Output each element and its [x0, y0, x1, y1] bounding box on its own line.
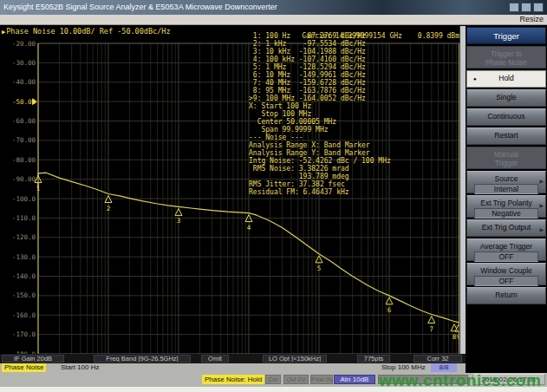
readout-line: 2: 1 kHz -97.5534 dBc/Hz — [249, 40, 391, 48]
readout-line: 5: 1 MHz -128.5294 dBc/Hz — [249, 63, 391, 71]
readout-line: 6: 10 MHz -149.9961 dBc/Hz — [249, 71, 391, 79]
trace-marker-4[interactable]: 4 — [245, 215, 252, 232]
readout-line: X: Start 100 Hz — [249, 102, 391, 110]
svg-text:-120.0: -120.0 — [12, 233, 36, 241]
menu-item-average-trigger[interactable]: Average TriggerOFF — [466, 238, 546, 261]
trigger-state-badge: Phase Noise: Hold — [202, 375, 264, 384]
menu-item-label: Return — [467, 291, 545, 299]
menu-item-manual: ManualTrigger — [466, 147, 546, 169]
svg-text:-110.0: -110.0 — [12, 214, 36, 222]
svg-text:-30.00: -30.00 — [12, 59, 36, 67]
svg-text:1: 1 — [36, 185, 41, 193]
svg-text:-90.00: -90.00 — [12, 175, 36, 183]
menu-item-source[interactable]: SourceInternal▶ — [466, 171, 546, 193]
marker-readout: 1: 100 Hz -87.2769 dBc/Hz 2: 1 kHz -97.5… — [249, 32, 391, 196]
status-flag-cor: Cor — [265, 375, 281, 384]
svg-text:-140.0: -140.0 — [12, 272, 36, 280]
window-controls — [509, 3, 544, 12]
menu-item-label: Hold — [467, 74, 545, 82]
readout-line: 4: 100 kHz -107.4160 dBc/Hz — [249, 56, 391, 63]
menu-item-ext-trig-polarity[interactable]: Ext Trig PolarityNegative▶ — [466, 195, 546, 218]
svg-text:-80.00: -80.00 — [12, 156, 36, 164]
menu-item-value: OFF — [474, 276, 538, 286]
measurement-mode-badge: Phase Noise — [2, 363, 46, 372]
status-flag-ovl-0v: Ovl 0V — [283, 375, 309, 384]
readout-line: --- Noise --- — [249, 134, 391, 141]
trace-marker-2[interactable]: 2 — [105, 196, 112, 212]
phase-noise-plot[interactable]: -20.00-30.00-40.00-50.00-60.00-70.00-80.… — [0, 26, 466, 354]
menu-item-label: Single — [467, 93, 545, 101]
menu-item-continuous[interactable]: Continuous — [466, 108, 546, 126]
menu-item-return[interactable]: Return — [466, 287, 546, 304]
resize-bar: Resize — [0, 15, 547, 25]
readout-line: Center 50.00005 MHz — [249, 118, 391, 126]
sweep-start-label: Start 100 Hz — [61, 363, 99, 372]
readout-line: >9: 100 MHz -164.0052 dBc/Hz — [249, 95, 391, 102]
svg-text:-60.00: -60.00 — [12, 117, 36, 125]
svg-text:4: 4 — [247, 224, 251, 232]
status-flag-pow-0v: Pow 0V — [310, 375, 333, 384]
readout-line: Analysis Range Y: Band Marker — [249, 149, 391, 157]
menu-item-window-couple[interactable]: Window CoupleOFF — [466, 263, 546, 285]
svg-text:-20.00: -20.00 — [12, 40, 36, 48]
svg-text:6: 6 — [387, 306, 392, 314]
window-title: Keysight E5052B Signal Source Analyzer &… — [3, 3, 277, 11]
menu-item-hold[interactable]: Hold● — [466, 70, 546, 88]
readout-line: 7: 40 MHz -159.6728 dBc/Hz — [249, 79, 391, 87]
hw-status-omit: Omit — [201, 355, 229, 363]
submenu-arrow-icon: ▶ — [539, 178, 544, 184]
menu-item-ext-trig-output[interactable]: Ext Trig Output▶ — [466, 219, 546, 237]
menu-item-label: Continuous — [467, 112, 545, 121]
trace-marker-6[interactable]: 6 — [386, 297, 393, 314]
svg-text:-40.00: -40.00 — [12, 78, 36, 86]
maximize-button[interactable] — [521, 3, 531, 12]
readout-line: 1: 100 Hz -87.2769 dBc/Hz — [249, 32, 391, 40]
hw-status-775pts: 775pts — [357, 355, 390, 363]
hw-status-corr-32: Corr 32 — [414, 355, 462, 363]
svg-text:2: 2 — [107, 205, 111, 212]
submenu-arrow-icon: ▶ — [539, 202, 544, 208]
svg-text:-150.0: -150.0 — [12, 291, 36, 299]
readout-line: RMS Jitter: 37.382 fsec — [249, 180, 391, 188]
svg-text:-100.0: -100.0 — [12, 195, 36, 203]
menu-item-label: Restart — [467, 131, 545, 140]
menu-item-label: Source — [467, 174, 545, 183]
svg-text:-170.0: -170.0 — [12, 330, 36, 338]
status-bar-hardware: IF Gain 20dBFreq Band [9G-26.5GHz]OmitLO… — [0, 354, 466, 363]
menu-item-list: Trigger toPhase NoiseHold●SingleContinuo… — [466, 46, 547, 304]
readout-line: 8: 95 MHz -163.7876 dBc/Hz — [249, 87, 391, 95]
svg-text:5: 5 — [317, 265, 322, 272]
resize-button[interactable]: Resize — [519, 15, 544, 23]
minimize-button[interactable] — [509, 3, 519, 12]
hw-status-lo-opt-150khz-: LO Opt [<150kHz] — [263, 355, 327, 363]
readout-line: Stop 100 MHz — [249, 110, 391, 118]
svg-text:-160.0: -160.0 — [12, 311, 36, 319]
readout-line: Analysis Range X: Band Marker — [249, 141, 391, 149]
menu-item-label: Manual — [467, 150, 545, 159]
svg-text:-130.0: -130.0 — [12, 253, 36, 261]
trace-marker-3[interactable]: 3 — [175, 208, 182, 225]
readout-line: Span 99.9999 MHz — [249, 126, 391, 134]
menu-item-trigger-to: Trigger toPhase Noise — [466, 46, 546, 69]
trace-marker-1[interactable]: 1 — [35, 176, 42, 193]
menu-item-value: Negative — [474, 208, 538, 219]
window-titlebar[interactable]: Keysight E5052B Signal Source Analyzer &… — [0, 0, 547, 15]
readout-line: 3: 10 kHz -104.1988 dBc/Hz — [249, 48, 391, 56]
attenuator-badge: Atn 10dB — [334, 375, 375, 384]
menu-item-label2: Phase Noise — [467, 58, 545, 67]
phase-noise-graph: -20.00-30.00-40.00-50.00-60.00-70.00-80.… — [0, 26, 466, 354]
svg-text:-70.00: -70.00 — [12, 136, 36, 144]
instrument-screen: Keysight E5052B Signal Source Analyzer &… — [0, 0, 547, 392]
menu-item-label: Ext Trig Polarity — [467, 199, 545, 207]
submenu-arrow-icon: ▶ — [539, 226, 544, 232]
close-button[interactable] — [533, 3, 544, 12]
readout-line: Intg Noise: -52.4262 dBc / 100 MHz — [249, 157, 391, 165]
menu-item-label: Average Trigger — [467, 242, 545, 251]
plot-menu-divider — [459, 26, 466, 354]
trace-marker-7[interactable]: 7 — [428, 317, 435, 333]
trace-marker-5[interactable]: 5 — [316, 256, 322, 272]
menu-item-value: Internal — [474, 184, 538, 194]
menu-item-restart[interactable]: Restart — [466, 127, 546, 145]
hw-status-freq-band-9g-26-5ghz-: Freq Band [9G-26.5GHz] — [94, 355, 191, 363]
menu-item-single[interactable]: Single — [466, 89, 546, 107]
